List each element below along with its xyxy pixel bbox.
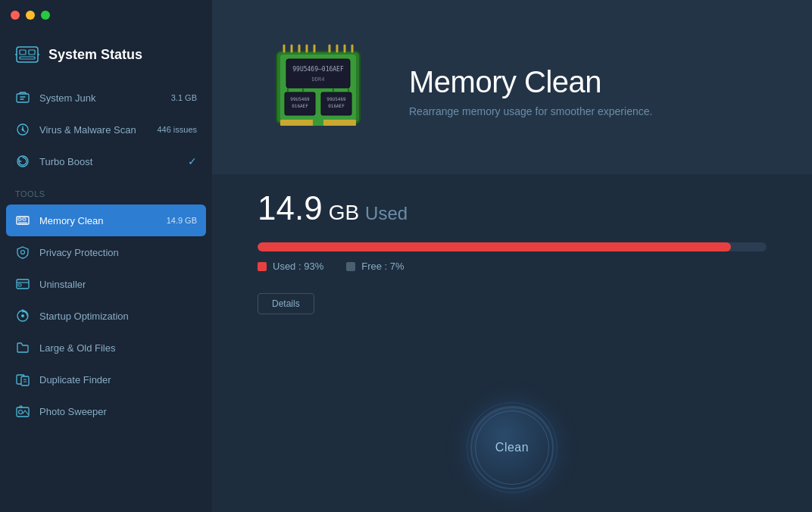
sidebar-title: System Status [48,47,142,63]
sidebar-nav: System Junk 3.1 GB Virus & Malware Scan … [0,82,212,512]
svg-text:016AEF: 016AEF [328,103,345,108]
memory-used-label: Used [365,203,408,224]
sidebar-item-label: Startup Optimization [39,311,197,322]
memory-progress-fill [258,242,731,251]
sidebar-item-label: System Junk [39,92,162,104]
minimize-button[interactable] [26,11,35,20]
maximize-button[interactable] [41,11,50,20]
stats-section: 14.9 GB Used Used : 93% Free : 7% Detail… [212,174,812,391]
sidebar-item-large-old-files[interactable]: Large & Old Files [0,332,212,364]
hero-text: Memory Clean Rearrange memory usage for … [409,65,652,117]
memory-used-number: 14.9 [258,189,323,227]
sidebar-item-badge: 446 issues [157,125,197,134]
sidebar-item-badge: 14.9 GB [167,216,197,225]
details-button[interactable]: Details [258,293,314,314]
memory-used-display: 14.9 GB Used [258,189,767,227]
clean-button-label: Clean [495,441,529,454]
sidebar-item-label: Turbo Boost [39,156,179,167]
free-label-text: Free : 7% [361,261,404,272]
sidebar-item-photo-sweeper[interactable]: Photo Sweeper [0,395,212,427]
sidebar-header: System Status [0,30,212,82]
sidebar: System Status System Junk 3.1 GB [0,0,212,512]
svg-rect-6 [17,94,29,102]
sidebar-item-label: Virus & Malware Scan [39,124,148,136]
used-label-text: Used : 93% [273,261,323,272]
free-dot [346,262,355,271]
checkmark-icon: ✓ [188,155,197,167]
system-junk-icon [15,90,30,105]
privacy-protection-icon [15,245,30,260]
sidebar-item-label: Photo Sweeper [39,406,197,417]
svg-point-19 [21,251,25,254]
svg-text:016AEF: 016AEF [292,103,308,108]
sidebar-item-duplicate-finder[interactable]: Duplicate Finder [0,364,212,395]
svg-point-31 [19,411,23,414]
sidebar-item-virus-malware[interactable]: Virus & Malware Scan 446 issues [0,114,212,145]
sidebar-item-label: Memory Clean [39,215,158,226]
svg-rect-36 [286,59,350,88]
sidebar-item-badge: 3.1 GB [171,93,197,102]
svg-rect-3 [20,57,35,59]
sidebar-item-label: Uninstaller [39,279,197,290]
progress-labels: Used : 93% Free : 7% [258,261,767,272]
svg-rect-14 [23,218,26,220]
used-dot [258,262,267,271]
svg-rect-27 [21,376,29,386]
svg-point-10 [22,129,24,131]
sidebar-item-label: Privacy Protection [39,247,197,258]
photo-sweeper-icon [15,404,30,419]
main-content: 99U5469—016AEF DDR4 99U5469 016AEF 99U54… [212,0,812,512]
close-button[interactable] [11,11,20,20]
system-status-icon [15,42,39,67]
svg-rect-1 [20,50,26,55]
sidebar-item-label: Large & Old Files [39,342,197,354]
svg-text:99U5469: 99U5469 [326,96,346,101]
svg-rect-2 [29,50,35,55]
svg-text:99U5469: 99U5469 [290,96,310,101]
sidebar-item-system-junk[interactable]: System Junk 3.1 GB [0,82,212,114]
svg-rect-13 [18,218,21,220]
used-label: Used : 93% [258,261,323,272]
svg-point-24 [21,314,24,317]
hero-section: 99U5469—016AEF DDR4 99U5469 016AEF 99U54… [212,0,812,174]
sidebar-item-startup-optimization[interactable]: Startup Optimization [0,300,212,332]
svg-rect-22 [18,284,21,286]
tools-section-label: Tools [0,177,212,204]
sidebar-item-memory-clean[interactable]: Memory Clean 14.9 GB [6,204,206,236]
hero-subtitle: Rearrange memory usage for smoother expe… [409,105,652,117]
memory-used-unit: GB [329,201,359,225]
virus-malware-icon [15,122,30,137]
large-old-files-icon [15,340,30,355]
clean-button[interactable]: Clean [470,406,554,489]
svg-rect-49 [313,120,323,126]
hero-title: Memory Clean [409,65,652,99]
sidebar-item-label: Duplicate Finder [39,374,197,386]
memory-chip-icon: 99U5469—016AEF DDR4 99U5469 016AEF 99U54… [258,38,379,144]
sidebar-item-privacy-protection[interactable]: Privacy Protection [0,236,212,268]
free-label: Free : 7% [346,261,404,272]
svg-text:DDR4: DDR4 [312,76,325,83]
startup-optimization-icon [15,308,30,323]
sidebar-item-uninstaller[interactable]: Uninstaller [0,268,212,300]
duplicate-finder-icon [15,372,30,387]
clean-area: Clean [212,391,812,512]
turbo-boost-icon [15,154,30,169]
svg-rect-32 [20,406,22,407]
titlebar [0,0,212,30]
memory-progress-bar [258,242,767,251]
svg-text:99U5469—016AEF: 99U5469—016AEF [292,66,344,73]
sidebar-item-turbo-boost[interactable]: Turbo Boost ✓ [0,145,212,177]
uninstaller-icon [15,276,30,292]
memory-clean-icon [15,213,30,228]
